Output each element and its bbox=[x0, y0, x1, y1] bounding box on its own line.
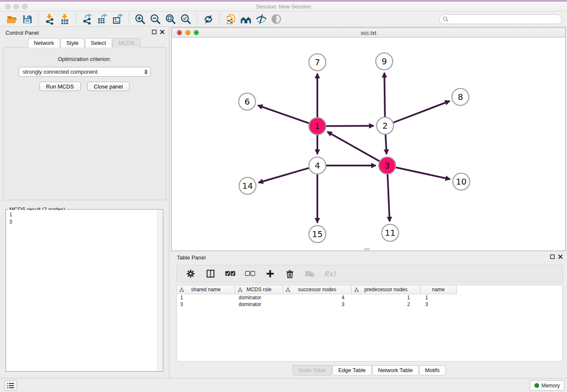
tab-mcds[interactable]: MCDS bbox=[113, 38, 140, 47]
zoom-in-button[interactable] bbox=[134, 13, 146, 25]
column-header-successor-nodes[interactable]: successor nodes bbox=[283, 285, 352, 294]
toolbar-separator bbox=[76, 13, 76, 25]
import-table-button[interactable] bbox=[58, 13, 71, 25]
table-panel-title: Table Panel bbox=[177, 254, 206, 261]
graph-edge-3-1[interactable] bbox=[328, 132, 380, 161]
graph-node-15[interactable]: 15 bbox=[309, 226, 326, 243]
float-panel-icon[interactable] bbox=[152, 30, 157, 34]
network-canvas[interactable]: 7968124314101511 bbox=[172, 38, 565, 251]
graph-edge-2-9[interactable] bbox=[384, 73, 385, 117]
export-table-button[interactable] bbox=[96, 13, 109, 25]
flow-icon bbox=[179, 287, 184, 292]
graph-node-4[interactable]: 4 bbox=[309, 157, 326, 174]
close-panel-icon[interactable] bbox=[160, 30, 165, 34]
table-settings-button[interactable] bbox=[184, 268, 197, 280]
add-column-button[interactable] bbox=[264, 268, 276, 280]
tab-motifs[interactable]: Motifs bbox=[419, 365, 446, 375]
column-header-shared-name[interactable]: shared name bbox=[177, 285, 235, 294]
graph-edge-3-11[interactable] bbox=[388, 174, 390, 221]
graph-node-6[interactable]: 6 bbox=[239, 93, 256, 110]
close-panel-icon[interactable] bbox=[558, 254, 563, 259]
eye-slash-icon bbox=[256, 14, 267, 25]
graph-edge-2-3[interactable] bbox=[385, 135, 386, 154]
export-network-button[interactable] bbox=[81, 13, 94, 25]
table-panel-tabs: Node Table Edge Table Network Table Moti… bbox=[292, 365, 446, 375]
function-builder-button-disabled[interactable]: f(x) bbox=[323, 268, 336, 280]
open-folder-icon bbox=[6, 14, 17, 25]
search-icon bbox=[443, 16, 449, 22]
graph-node-2[interactable]: 2 bbox=[377, 117, 394, 134]
criterion-select[interactable]: strongly connected component bbox=[19, 67, 151, 77]
toolbar-separator bbox=[219, 13, 220, 25]
graph-edge-4-14[interactable] bbox=[259, 168, 309, 183]
tab-edge-table[interactable]: Edge Table bbox=[332, 365, 372, 375]
table-row[interactable]: 3 dominator 3 2 3 bbox=[177, 301, 562, 308]
graph-node-9[interactable]: 9 bbox=[376, 53, 393, 70]
result-scrollbar[interactable] bbox=[157, 210, 162, 371]
clone-network-button[interactable] bbox=[224, 13, 237, 25]
eye-disabled-button[interactable] bbox=[270, 13, 283, 25]
network-graph[interactable]: 7968124314101511 bbox=[172, 38, 565, 251]
canvas-hscroll-handle[interactable] bbox=[364, 248, 369, 250]
flow-icon bbox=[238, 287, 242, 292]
deselect-all-button[interactable] bbox=[244, 268, 256, 280]
memory-button[interactable]: Memory bbox=[530, 380, 564, 391]
graph-edge-1-6[interactable] bbox=[258, 105, 309, 123]
split-panel-button[interactable] bbox=[204, 268, 217, 280]
tab-node-table[interactable]: Node Table bbox=[292, 365, 332, 375]
column-header-predecessor-nodes[interactable]: predecessor nodes bbox=[352, 285, 421, 294]
graph-edge-1-2[interactable] bbox=[326, 126, 374, 126]
export-image-button[interactable] bbox=[111, 13, 124, 25]
graph-edge-2-8[interactable] bbox=[394, 101, 450, 123]
graph-node-10[interactable]: 10 bbox=[453, 173, 470, 190]
close-panel-button[interactable]: Close panel bbox=[87, 82, 130, 91]
zoom-selected-button[interactable] bbox=[179, 13, 192, 25]
tab-style[interactable]: Style bbox=[61, 38, 85, 47]
save-session-button[interactable] bbox=[21, 13, 33, 25]
first-neighbors-button[interactable] bbox=[239, 13, 252, 25]
table-row[interactable]: 1 dominator 4 1 1 bbox=[177, 294, 562, 301]
save-floppy-icon bbox=[22, 14, 33, 25]
export-table-icon bbox=[97, 14, 108, 25]
column-header-name[interactable]: name bbox=[421, 285, 457, 294]
memory-label: Memory bbox=[542, 383, 560, 389]
clone-network-icon bbox=[225, 14, 237, 25]
select-all-button[interactable] bbox=[224, 268, 237, 280]
graph-node-3[interactable]: 3 bbox=[379, 157, 396, 174]
svg-text:9: 9 bbox=[382, 56, 387, 66]
zoom-fit-button[interactable] bbox=[164, 13, 177, 25]
tab-select[interactable]: Select bbox=[85, 38, 112, 47]
task-history-button[interactable] bbox=[4, 380, 17, 391]
run-mcds-button[interactable]: Run MCDS bbox=[39, 82, 81, 91]
refresh-button[interactable] bbox=[202, 13, 215, 25]
tab-network-table[interactable]: Network Table bbox=[372, 365, 418, 375]
tab-network[interactable]: Network bbox=[28, 38, 60, 47]
toolbar-search-field[interactable] bbox=[439, 14, 562, 24]
refresh-icon bbox=[203, 14, 214, 25]
zoom-out-button[interactable] bbox=[149, 13, 162, 25]
graph-edge-3-10[interactable] bbox=[396, 167, 450, 179]
import-network-button[interactable] bbox=[43, 13, 56, 25]
unchecked-boxes-icon bbox=[245, 271, 255, 276]
graph-node-14[interactable]: 14 bbox=[239, 177, 256, 194]
graph-node-1[interactable]: 1 bbox=[309, 118, 326, 135]
table-panel: Table Panel bbox=[171, 252, 567, 378]
export-network-icon bbox=[82, 14, 93, 25]
vision-button[interactable] bbox=[255, 13, 267, 25]
graph-node-11[interactable]: 11 bbox=[382, 224, 399, 241]
open-session-button[interactable] bbox=[6, 13, 18, 25]
delete-column-button[interactable] bbox=[284, 268, 296, 280]
flow-icon bbox=[286, 287, 290, 292]
column-header-mcds-role[interactable]: MCDS role bbox=[235, 285, 283, 294]
table-toolbar: f(x) bbox=[176, 265, 563, 282]
float-panel-icon[interactable] bbox=[550, 254, 555, 259]
import-network-icon bbox=[44, 14, 55, 25]
toolbar-separator bbox=[129, 13, 129, 25]
svg-text:2: 2 bbox=[383, 121, 388, 131]
zoom-out-icon bbox=[150, 14, 161, 25]
graph-node-7[interactable]: 7 bbox=[309, 54, 326, 71]
delete-table-button-disabled[interactable] bbox=[303, 268, 316, 280]
criterion-selected-value: strongly connected component bbox=[23, 69, 98, 75]
graph-node-8[interactable]: 8 bbox=[452, 88, 469, 105]
network-window-titlebar[interactable]: x – + scc.txt bbox=[172, 28, 565, 38]
